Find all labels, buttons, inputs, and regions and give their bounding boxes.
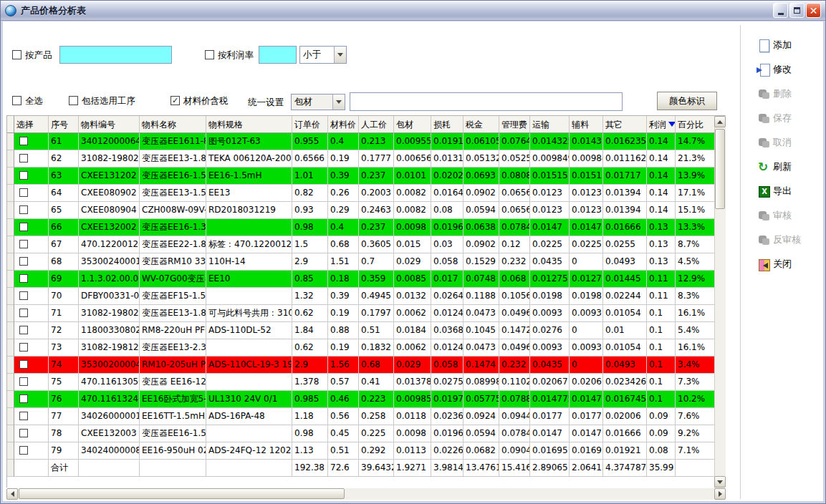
table-row[interactable]: 71 31082-198023 变压器EE13-1.8 可与此料号共用：3108… [7,305,715,322]
col-header-code[interactable]: 物料编号 [79,116,140,133]
col-header-packaging[interactable]: 包材 [394,116,431,133]
audit-button[interactable]: 审核 [757,207,823,224]
table-row[interactable]: 67 470.1220012045 变压器EE22-1.8 标签：470.122… [7,236,715,253]
cancel-button[interactable]: 取消 [757,134,823,151]
close-window-button[interactable]: ✕ [806,3,821,18]
export-button[interactable]: 导出 [757,183,823,200]
save-button[interactable]: 保存 [757,110,823,127]
col-header-other[interactable]: 其它 [603,116,647,133]
by-profit-checkbox[interactable] [205,50,214,59]
col-header-auxiliary[interactable]: 辅料 [570,116,603,133]
col-header-seq[interactable]: 序号 [49,116,79,133]
col-header-percent[interactable]: 百分比 [676,116,715,133]
table-row[interactable]: 62 31082-198021 变压器EE13-1.8 TEKA 006120A… [7,150,715,168]
table-row[interactable]: 70 DFBY00331-03-R 变压器EF15-1.5 1.32 0.39 … [7,288,715,305]
table-row[interactable]: 61 34012000064R 变压器EE1611-8 图号012T-63 0.… [7,133,715,150]
row-select-checkbox[interactable] [19,223,28,231]
scroll-right-button[interactable] [714,488,726,500]
table-row[interactable]: 72 11800330802R RM8-220uH PF0 ADS-110DL-… [7,322,715,339]
dropdown-button[interactable] [332,94,345,110]
horizontal-scroll-thumb[interactable] [19,488,345,499]
row-select-checkbox[interactable] [19,240,28,248]
col-header-profit[interactable]: 利润 [647,116,676,133]
row-select-checkbox[interactable] [19,446,28,455]
cell-name: WV-07G00变压器 [140,271,206,288]
profit-operator-select[interactable]: 小于 [299,46,347,64]
col-header-select[interactable]: 选择 [14,116,49,133]
cell-auxiliary: 0 [570,357,603,374]
unaudit-button[interactable]: 反审核 [757,231,823,248]
row-select-checkbox[interactable] [19,309,28,317]
col-header-name[interactable]: 物料名称 [140,116,206,133]
row-select-checkbox[interactable] [19,326,28,334]
col-header-loss[interactable]: 损耗 [431,116,464,133]
table-row[interactable]: 69 1.1.3.02.00.00.034 WV-07G00变压器 EE10 0… [7,271,715,288]
close-button[interactable]: 关闭 [757,256,823,273]
delete-button[interactable]: 删除 [757,85,823,102]
table-row[interactable]: 63 CXEE131202 变压器EE16-1.5 EE16-1.5mH 1.0… [7,168,715,185]
scroll-left-button[interactable] [6,488,18,500]
row-select-checkbox[interactable] [19,257,28,266]
dropdown-button[interactable] [334,47,346,63]
table-row[interactable]: 66 CXEE132002 变压器EE16-1.3 0.98 0.4 0.237… [7,219,715,236]
scroll-down-button[interactable] [714,476,726,488]
product-filter-input[interactable] [59,46,172,64]
maximize-button[interactable] [789,3,805,18]
totals-row[interactable]: 合计 192.38 72.6 39.6432 1.9271 3.9814 13.… [7,460,715,477]
table-row[interactable]: 68 35300240001R 变压器RM10 330 110H-14 2.9 … [7,253,715,271]
col-header-spec[interactable]: 物料规格 [206,116,292,133]
cell-code: 34026000001R [79,408,140,425]
unified-setting-input[interactable] [350,92,623,111]
row-select-checkbox[interactable] [19,429,28,437]
row-select-checkbox[interactable] [19,377,28,386]
cell-packaging: 0.0082 [394,185,431,202]
table-row[interactable]: 76 470.1161324025 EE16卧式加宽5- UL1310 24V … [7,391,715,408]
table-row[interactable]: 73 31082-198126 变压器EE13-2.3 0.62 0.19 0.… [7,339,715,357]
table-row[interactable]: 77 34026000001R EE16TT-1.5mH3 ADS-16PA-4… [7,408,715,425]
cell-profit: 0.13 [647,219,676,236]
table-row[interactable]: 74 35300200004R RM10-205uH PF ADS-110CL-… [7,357,715,374]
select-all-checkbox[interactable] [12,96,21,105]
row-select-checkbox[interactable] [19,137,28,145]
table-row[interactable]: 79 34024000008R EE16-950uH 02 ADS-24FQ-1… [7,442,715,460]
audit-icon [757,210,771,222]
col-header-transport[interactable]: 运输 [530,116,570,133]
table-row[interactable]: 65 CXEE080904 CZH008W-09V-A RD2018031219… [7,202,715,219]
horizontal-scrollbar[interactable] [6,488,726,500]
cell-percent: 17.1% [676,185,715,202]
vertical-scroll-thumb[interactable] [715,129,725,209]
vertical-scrollbar[interactable] [714,116,726,488]
cell-material-price: 72.6 [328,460,359,477]
table-row[interactable]: 78 CXEE132003 变压器EE16-1.5 0.98 0.45 0.22… [7,425,715,442]
cell-profit: 35.99 [647,460,676,477]
scroll-up-button[interactable] [714,116,726,127]
by-product-checkbox[interactable] [12,50,21,59]
row-select-checkbox[interactable] [19,412,28,420]
row-select-checkbox[interactable] [19,154,28,163]
material-tax-checkbox[interactable]: ✓ [171,96,180,105]
row-select-checkbox[interactable] [19,188,28,197]
col-header-tax[interactable]: 税金 [464,116,499,133]
refresh-button[interactable]: 刷新 [757,158,823,175]
table-row[interactable]: 75 470.11613050D5 变压器 EE16-12 1.378 0.57… [7,374,715,391]
modify-button[interactable]: 修改 [757,61,823,78]
row-select-checkbox[interactable] [19,205,28,214]
table-row[interactable]: 64 CXEE080902 变压器EE13-1.5 EE13 0.82 0.26… [7,185,715,202]
profit-filter-input[interactable] [259,46,297,64]
unified-setting-select[interactable]: 包材 [291,94,345,110]
cell-code: 35300240001R [79,253,140,271]
row-select-checkbox[interactable] [19,171,28,180]
col-header-order-price[interactable]: 订单价 [292,116,328,133]
include-process-checkbox[interactable] [69,96,78,105]
row-select-checkbox[interactable] [19,394,28,403]
row-select-checkbox[interactable] [19,274,28,283]
row-select-checkbox[interactable] [19,360,28,369]
row-select-checkbox[interactable] [19,343,28,352]
add-button[interactable]: 添加 [757,37,823,54]
minimize-button[interactable] [773,3,788,18]
color-mark-button[interactable]: 颜色标识 [657,92,717,110]
row-select-checkbox[interactable] [19,291,28,300]
col-header-labor-price[interactable]: 人工价 [359,116,394,133]
col-header-management[interactable]: 管理费 [499,116,530,133]
col-header-material-price[interactable]: 材料价 [328,116,359,133]
